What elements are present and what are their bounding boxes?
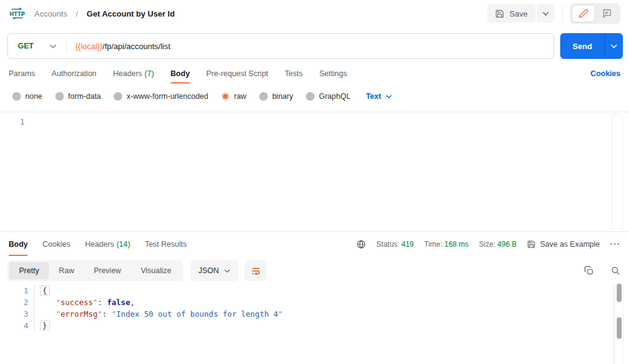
send-button[interactable]: Send: [560, 33, 604, 59]
save-button-group: Save: [487, 4, 555, 23]
code-line: 3 "errorMsg":"Index 50 out of bounds for…: [0, 308, 614, 320]
json-key: success: [61, 298, 93, 307]
chevron-down-icon: [611, 44, 617, 48]
response-tab-headers-count: (14): [117, 240, 130, 249]
response-meta: Status: 419 Time: 168 ms Size: 496 B Sav…: [356, 239, 620, 249]
size-value: 496 B: [498, 240, 517, 249]
edit-mode-button[interactable]: [572, 5, 595, 22]
editor-scrollbar[interactable]: [612, 114, 623, 230]
status-value: 419: [402, 240, 414, 249]
copy-icon[interactable]: [584, 266, 594, 276]
body-mode-form-data[interactable]: form-data: [55, 92, 101, 101]
body-mode-x-www-form-urlencoded[interactable]: x-www-form-urlencoded: [114, 92, 208, 101]
radio-selected-icon: [221, 92, 230, 101]
tab-body[interactable]: Body: [171, 64, 190, 83]
wrap-lines-button[interactable]: [244, 260, 267, 281]
code-line: 2 "success":false,: [0, 296, 614, 308]
save-button[interactable]: Save: [487, 4, 536, 23]
json-boolean-value: false: [107, 298, 130, 307]
quote: ": [278, 309, 283, 319]
response-toolbar-right: [584, 266, 620, 276]
body-mode-binary[interactable]: binary: [259, 92, 293, 101]
http-request-window: HTTP Accounts / Get Account by User Id: [0, 0, 629, 364]
wrap-text-icon: [251, 266, 261, 276]
tab-pre-request-script[interactable]: Pre-request Script: [206, 64, 268, 83]
pencil-icon: [579, 9, 588, 18]
editor-line: 1: [0, 112, 629, 126]
method-selector[interactable]: GET: [8, 42, 66, 50]
breadcrumb-current-request[interactable]: Get Account by User Id: [87, 9, 174, 18]
body-mode-raw[interactable]: raw: [221, 92, 246, 101]
line-number: 3: [0, 308, 28, 320]
edit-comment-toggle: [570, 3, 620, 24]
request-body-editor[interactable]: 1: [0, 112, 629, 231]
response-scrollbar[interactable]: [614, 283, 623, 364]
chevron-down-icon: [50, 44, 57, 48]
fold-toggle[interactable]: }: [40, 320, 50, 331]
save-icon: [527, 240, 536, 249]
response-tab-body[interactable]: Body: [9, 232, 28, 256]
url-path: /fp/api/accounts/list: [103, 42, 171, 51]
view-tab-pretty[interactable]: Pretty: [9, 262, 49, 279]
response-tab-test-results[interactable]: Test Results: [145, 232, 187, 256]
globe-icon[interactable]: [356, 239, 366, 249]
body-mode-graphql[interactable]: GraphQL: [306, 92, 350, 101]
radio-icon: [55, 92, 64, 101]
view-tab-preview[interactable]: Preview: [84, 262, 131, 279]
save-button-label: Save: [509, 9, 528, 18]
cookies-link[interactable]: Cookies: [590, 69, 620, 78]
radio-icon: [114, 92, 122, 101]
status-label: Status:: [377, 240, 399, 249]
svg-text:HTTP: HTTP: [9, 11, 25, 17]
method-label: GET: [18, 42, 34, 50]
response-tabs: Body Cookies Headers (14) Test Results: [9, 232, 187, 256]
line-number: 1: [0, 285, 28, 296]
send-button-group: Send: [560, 33, 623, 59]
response-tab-headers[interactable]: Headers (14): [85, 232, 130, 256]
search-icon[interactable]: [611, 266, 620, 276]
colon: :: [102, 309, 107, 319]
more-options-icon[interactable]: •••: [610, 241, 620, 247]
response-tab-cookies[interactable]: Cookies: [42, 232, 70, 256]
breadcrumb-parent[interactable]: Accounts: [34, 9, 67, 18]
tab-headers[interactable]: Headers (7): [113, 64, 154, 83]
tab-settings[interactable]: Settings: [319, 64, 347, 83]
time-value: 168 ms: [444, 240, 468, 249]
request-url-row: GET {{local}}/fp/api/accounts/list Send: [7, 33, 623, 59]
save-options-button[interactable]: [537, 4, 555, 23]
body-mode-none[interactable]: none: [12, 92, 42, 101]
code-content: "errorMsg":"Index 50 out of bounds for l…: [34, 308, 283, 320]
quote: ": [93, 298, 98, 307]
send-options-button[interactable]: [604, 33, 623, 59]
toolbar-divider: [562, 6, 563, 21]
editor-line-number: 1: [0, 117, 25, 126]
radio-icon: [12, 92, 21, 101]
body-mode-label: GraphQL: [319, 92, 350, 101]
breadcrumb-separator: /: [76, 9, 78, 18]
response-tab-headers-label: Headers: [85, 240, 114, 249]
body-mode-row: none form-data x-www-form-urlencoded raw…: [12, 87, 392, 106]
tab-params[interactable]: Params: [9, 64, 35, 83]
scrollbar-thumb[interactable]: [617, 317, 622, 339]
fold-toggle[interactable]: {: [40, 285, 50, 296]
tab-authorization[interactable]: Authorization: [52, 64, 96, 83]
quote: ": [56, 298, 61, 307]
save-as-example-button[interactable]: Save as Example: [527, 240, 600, 249]
quote: ": [56, 309, 61, 319]
response-format-selector[interactable]: JSON: [190, 260, 238, 281]
size-label: Size:: [479, 240, 496, 249]
scrollbar-thumb[interactable]: [617, 284, 622, 302]
tab-tests[interactable]: Tests: [285, 64, 303, 83]
body-mode-label: form-data: [68, 92, 101, 101]
body-mode-label: x-www-form-urlencoded: [127, 92, 208, 101]
body-mode-label: none: [25, 92, 42, 101]
url-input[interactable]: {{local}}/fp/api/accounts/list: [67, 42, 171, 51]
raw-language-selector[interactable]: Text: [366, 92, 393, 101]
view-tab-visualize[interactable]: Visualize: [131, 262, 181, 279]
comments-button[interactable]: [595, 5, 619, 22]
radio-icon: [259, 92, 268, 101]
json-key: errorMsg: [61, 309, 98, 319]
view-tab-raw[interactable]: Raw: [49, 262, 84, 279]
response-body-viewer[interactable]: 1 { 2 "success":false, 3 "errorMsg":"Ind…: [0, 284, 614, 364]
save-as-example-label: Save as Example: [540, 240, 600, 249]
